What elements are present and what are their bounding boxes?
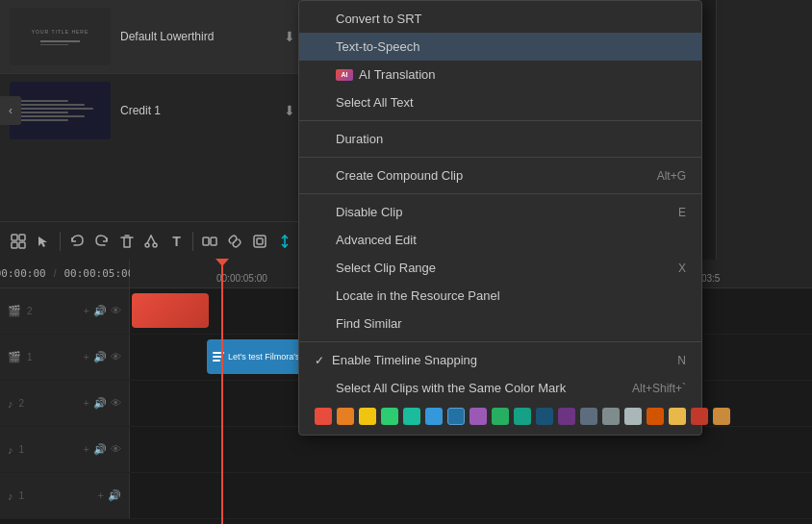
menu-item-enable-snapping[interactable]: ✓ Enable Timeline Snapping N [299, 346, 701, 374]
media-nav-left[interactable]: ‹ [0, 96, 21, 125]
color-dot-light-gray[interactable] [624, 408, 642, 425]
color-dot-gold[interactable] [669, 408, 686, 425]
thumbnail-lowerthird: YOUR TITLE HERE [10, 8, 111, 65]
thumbnail-credit1 [10, 82, 111, 139]
color-dot-dark-teal[interactable] [514, 408, 531, 425]
toolbar-divider-2 [192, 232, 193, 251]
link-button[interactable] [226, 228, 243, 255]
thumb-title: YOUR TITLE HERE [32, 29, 89, 35]
track-add-icon-video2[interactable]: + [84, 305, 89, 317]
track-add-icon-audio1[interactable]: + [84, 443, 89, 456]
check-mark-snapping: ✓ [315, 354, 324, 367]
svg-line-8 [151, 236, 155, 243]
download-icon-credit1[interactable]: ⬇ [284, 103, 295, 118]
color-dot-dark-blue[interactable] [536, 408, 553, 425]
cut-button[interactable] [142, 228, 160, 255]
color-dot-gray[interactable] [602, 408, 620, 425]
menu-item-duration[interactable]: Duration [299, 125, 701, 153]
track-volume-icon-audio-bottom[interactable]: 🔊 [108, 489, 121, 502]
menu-divider-4 [299, 341, 701, 342]
menu-item-create-compound[interactable]: Create Compound Clip Alt+G [299, 162, 701, 189]
download-icon-lowerthird[interactable]: ⬇ [284, 29, 295, 44]
color-dot-dark-red[interactable] [691, 408, 708, 425]
media-label-credit1: Credit 1 [120, 104, 161, 117]
track-eye-icon-video1[interactable]: 👁 [111, 351, 121, 363]
color-dot-orange[interactable] [337, 408, 354, 425]
playhead[interactable] [221, 260, 223, 524]
track-label-audio1: ♪ 1 + 🔊 👁 [0, 427, 130, 472]
menu-shortcut-enable-snapping: N [677, 354, 686, 367]
track-num-video2: 2 [27, 306, 33, 316]
menu-item-select-all-text[interactable]: Select All Text [299, 88, 701, 116]
track-eye-icon-audio2[interactable]: 👁 [111, 397, 121, 410]
track-eye-icon-video2[interactable]: 👁 [111, 305, 121, 317]
color-dots-row [299, 402, 701, 431]
playhead-arrow [216, 259, 229, 266]
track-add-icon-video1[interactable]: + [84, 351, 89, 363]
track-row-audio-bottom: ♪ 1 + 🔊 [0, 473, 812, 519]
svg-rect-1 [19, 235, 25, 240]
redo-button[interactable] [93, 228, 111, 255]
color-dot-dark-orange[interactable] [647, 408, 664, 425]
color-dot-dark-gray[interactable] [580, 408, 597, 425]
track-label-video1: 🎬 1 + 🔊 👁 [0, 335, 130, 380]
ai-badge-icon: AI [336, 69, 353, 81]
color-dot-green[interactable] [381, 408, 398, 425]
color-dot-violet[interactable] [558, 408, 575, 425]
video-clip-red[interactable] [132, 293, 209, 328]
color-dot-blue[interactable] [447, 408, 465, 425]
toolbar-divider-1 [60, 232, 61, 251]
menu-divider-2 [299, 157, 701, 158]
snap-button[interactable] [276, 228, 293, 255]
color-dot-purple[interactable] [469, 408, 487, 425]
color-dot-light-blue[interactable] [425, 408, 443, 425]
svg-rect-2 [12, 242, 17, 248]
track-content-audio-bottom[interactable] [130, 473, 812, 518]
context-menu: Convert to SRT Text-to-Speech AI AI Tran… [298, 0, 702, 436]
track-volume-icon-video2[interactable]: 🔊 [93, 305, 107, 317]
menu-item-convert-srt[interactable]: Convert to SRT [299, 5, 701, 33]
color-dot-tan[interactable] [713, 408, 730, 425]
menu-label-enable-snapping: Enable Timeline Snapping [332, 353, 477, 367]
current-time-display: 00:00:00 [0, 267, 46, 280]
media-item-credit1[interactable]: Credit 1 ⬇ [0, 74, 303, 147]
track-volume-icon-audio1[interactable]: 🔊 [93, 443, 107, 456]
track-eye-icon-audio1[interactable]: 👁 [111, 443, 121, 456]
undo-button[interactable] [68, 228, 86, 255]
menu-label-locate-resource: Locate in the Resource Panel [336, 288, 500, 303]
menu-label-ai-translation: AI Translation [359, 67, 436, 82]
media-label-lowerthird: Default Lowerthird [120, 30, 214, 43]
menu-item-advanced-edit[interactable]: Advanced Edit [299, 226, 701, 254]
group-button[interactable] [10, 228, 27, 255]
menu-item-ai-translation[interactable]: AI AI Translation [299, 61, 701, 88]
menu-item-select-same-color[interactable]: Select All Clips with the Same Color Mar… [299, 374, 701, 402]
svg-rect-0 [12, 235, 17, 240]
menu-item-select-clip-range[interactable]: Select Clip Range X [299, 254, 701, 282]
track-num-audio2: 2 [19, 398, 25, 409]
color-dot-yellow[interactable] [359, 408, 376, 425]
group2-button[interactable] [251, 228, 268, 255]
color-dot-teal[interactable] [403, 408, 420, 425]
menu-shortcut-create-compound: Alt+G [657, 169, 686, 183]
menu-item-locate-resource[interactable]: Locate in the Resource Panel [299, 282, 701, 310]
menu-label-disable-clip: Disable Clip [336, 205, 402, 219]
duration-display: 00:00:05:00 [63, 267, 134, 280]
track-volume-icon-audio2[interactable]: 🔊 [93, 397, 107, 410]
track-num-audio-bottom: 1 [19, 490, 25, 501]
menu-label-find-similar: Find Similar [336, 316, 402, 331]
track-add-icon-audio2[interactable]: + [84, 397, 89, 410]
menu-item-disable-clip[interactable]: Disable Clip E [299, 198, 701, 226]
svg-rect-13 [257, 238, 263, 244]
menu-item-find-similar[interactable]: Find Similar [299, 310, 701, 337]
track-volume-icon-video1[interactable]: 🔊 [93, 351, 107, 363]
split-button[interactable] [201, 228, 218, 255]
svg-line-7 [147, 236, 151, 243]
track-add-icon-audio-bottom[interactable]: + [98, 489, 104, 502]
delete-button[interactable] [118, 228, 136, 255]
cursor-button[interactable] [35, 228, 52, 255]
text-button[interactable]: T [167, 228, 185, 255]
color-dot-dark-green[interactable] [492, 408, 509, 425]
menu-item-text-to-speech[interactable]: Text-to-Speech [299, 33, 701, 61]
media-item-lowerthird[interactable]: YOUR TITLE HERE Default Lowerthird ⬇ [0, 0, 303, 74]
color-dot-red[interactable] [315, 408, 332, 425]
